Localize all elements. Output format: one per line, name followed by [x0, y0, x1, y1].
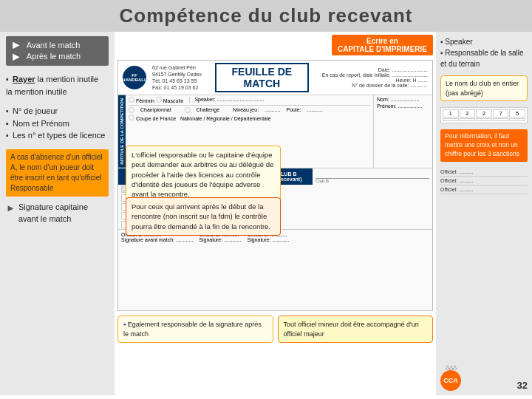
feuille-address: 62 rue Gabriel Péri 94157 Gentilly Cedex… — [152, 64, 202, 91]
right-nom-club-callout: Le nom du club en entier (pas abrégé) — [440, 75, 528, 101]
left-sidebar: ►► Avant le match Après le match ▪ Rayer… — [0, 32, 115, 395]
feuille-title: FEUILLE DE MATCH — [215, 63, 309, 92]
cca-circle: CCA — [440, 370, 461, 391]
center-content: Ecrire en CAPITALE D'IMPRIMERIE FF HANDB… — [115, 32, 436, 395]
bullets-section: ▪ N° de joueur ▪ Nom et Prénom ▪ Les n° … — [6, 105, 109, 142]
bottom-callouts-row: ▪ Egalement responsable de la signature … — [117, 316, 433, 343]
top-row: Ecrire en CAPITALE D'IMPRIMERIE — [117, 35, 433, 55]
feuille-competition-label: INTITULE DE LA COMPETITION — [118, 95, 126, 168]
callout-identity: L'officiel responsable ou le capitaine d… — [126, 146, 281, 203]
right-officials: Officiel: .......... Officiel: .........… — [440, 168, 528, 194]
signature-label: Signature capitaine avant le match — [18, 201, 109, 225]
rayer-section: ▪ Rayer la mention inutile la mention in… — [6, 73, 109, 98]
feuille-de-match: FF HANDBALL 62 rue Gabriel Péri 94157 Ge… — [117, 60, 433, 311]
ecrire-banner: Ecrire en CAPITALE D'IMPRIMERIE — [332, 35, 433, 55]
feuille-header: FF HANDBALL 62 rue Gabriel Péri 94157 Ge… — [118, 61, 432, 95]
bottom-right-area: △△△ CCA 32 — [440, 361, 528, 391]
feuille-date-area: Date: ......................... En cas d… — [322, 67, 428, 88]
rayer-suffix: la mention inutile — [35, 75, 99, 83]
right-sidebar: ▪ Speaker ▪ Responsable de la salle et d… — [436, 32, 532, 395]
cca-logo: △△△ CCA — [440, 364, 461, 391]
bullet1: N° de joueur — [13, 106, 58, 115]
signature-section: ► Signature capitaine avant le match — [6, 201, 109, 225]
bullet3: Les n° et types de licence — [13, 131, 105, 140]
absence-box: A cas d'absence d'un officiel A, le nom … — [6, 149, 109, 197]
scores-grid: 1 2 2 7 5 — [440, 107, 528, 123]
rayer-label: Rayer — [13, 75, 35, 83]
bottom-callout-officiel: Tout officiel mineur doit être accompagn… — [278, 316, 434, 343]
bottom-callout-signature: ▪ Egalement responsable de la signature … — [117, 316, 273, 343]
feuille-right-col: Nom: .................... Prénom: ......… — [373, 95, 432, 168]
ff-handball-logo: FF HANDBALL — [123, 66, 146, 89]
bullet-icon: ▪ — [6, 75, 9, 83]
bullet-icon: ▪ — [123, 321, 126, 328]
sig-arrow-icon: ► — [6, 201, 16, 216]
club-b-field: Club B — [313, 168, 432, 185]
avant-apres-text: Avant le match Après le match — [27, 40, 81, 63]
club-b-label: CLUB B (recevant) — [276, 168, 313, 185]
arrow-icon: ►► — [10, 39, 22, 63]
right-info-callout: Pour information, il faut mettre une cro… — [440, 129, 528, 162]
callout-late-arrivals: Pour ceux qui arrivent après le début de… — [126, 197, 281, 236]
avant-apres-box: ►► Avant le match Après le match — [6, 36, 109, 66]
page-number: 32 — [517, 380, 528, 391]
right-speaker-section: ▪ Speaker ▪ Responsable de la salle et d… — [440, 36, 528, 69]
page-title: Compétence du club recevant — [0, 0, 532, 32]
bullet2: Nom et Prénom — [13, 119, 69, 128]
